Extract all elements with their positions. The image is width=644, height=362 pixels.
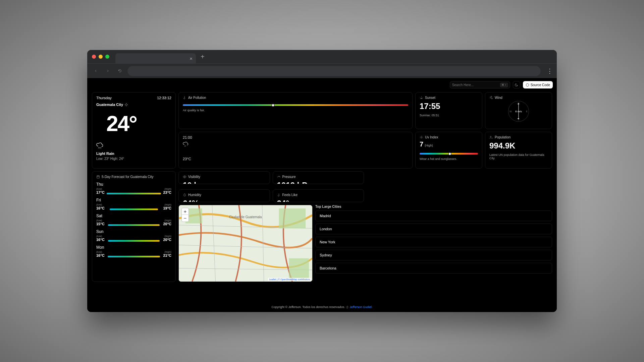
forecast-high: 20°C: [162, 222, 171, 226]
top-cities-title: Top Large Cities: [315, 205, 552, 208]
theme-toggle-button[interactable]: [513, 81, 520, 88]
map-zoom-controls: + −: [181, 208, 189, 222]
forecast-low: 16°C: [96, 253, 106, 257]
forecast-high-label: (high): [162, 219, 171, 222]
air-quality-note: Air quality is fair.: [183, 109, 408, 112]
city-item[interactable]: Madrid: [315, 210, 552, 221]
svg-rect-12: [289, 258, 309, 278]
sunset-card: Sunset 17:55 Sunrise: 05:51: [415, 92, 482, 129]
map-panel[interactable]: + − Ciudad de Guatemala Leaflet | © Open…: [178, 205, 313, 282]
search-input[interactable]: [452, 83, 498, 87]
map-attribution: Leaflet | © OpenStreetMap contributors: [268, 278, 311, 281]
back-button[interactable]: [91, 67, 100, 75]
search-box[interactable]: ⌘ +: [450, 81, 510, 88]
page-footer: Copyright © Jefferson. Todos los derecho…: [87, 303, 557, 312]
forecast-high-label: (high): [160, 203, 171, 206]
forecast-range-bar: [108, 240, 160, 242]
air-quality-bar: [183, 104, 408, 106]
arrow-right-icon: [106, 69, 110, 73]
uv-bar: [420, 153, 478, 155]
uv-label: (High): [425, 144, 433, 147]
reload-button[interactable]: [115, 67, 124, 75]
air-quality-marker: [271, 104, 274, 107]
forecast-day: Fri: [96, 198, 171, 202]
air-pollution-card: Air Pollution Air quality is fair.: [178, 92, 413, 129]
search-shortcut-hint: ⌘ +: [500, 83, 508, 87]
sun-icon: [420, 135, 423, 139]
arrow-left-icon: [94, 69, 98, 73]
visibility-value: 10 km: [183, 181, 266, 184]
population-card: Population 994.9K Latest UN population d…: [485, 132, 552, 169]
forecast-low: 16°C: [96, 238, 106, 242]
city-item[interactable]: New York: [315, 237, 552, 247]
forecast-high-label: (high): [163, 187, 171, 190]
forecast-low-label: (low): [96, 250, 106, 253]
map-osm-link[interactable]: OpenStreetMap contributors: [280, 278, 310, 281]
window-close-button[interactable]: [92, 55, 96, 59]
compass-north: N: [518, 102, 519, 104]
bottom-row: + − Ciudad de Guatemala Leaflet | © Open…: [178, 205, 552, 282]
moon-icon: [515, 83, 518, 87]
forecast-day: Sat: [96, 214, 171, 218]
forecast-day: Sun: [96, 229, 171, 234]
forecast-low: 16°C: [96, 206, 108, 210]
city-item[interactable]: Sydney: [315, 250, 552, 260]
humidity-value: 64%: [183, 199, 266, 202]
source-code-button[interactable]: Source Code: [523, 81, 553, 88]
forecast-row: Mon (low) 16°C (high) 21°C: [96, 245, 171, 257]
forecast-day: Mon: [96, 245, 171, 250]
browser-tab[interactable]: ×: [115, 53, 196, 63]
forecast-high: 23°C: [163, 190, 171, 194]
uv-note: Wear a hat and sunglasses.: [420, 157, 478, 161]
browser-window: × + ⋮ ⌘ + Source Code: [87, 50, 557, 312]
pressure-card: Pressure 1012 hPa Low pressure. Expect w…: [273, 171, 364, 184]
close-icon[interactable]: ×: [190, 56, 193, 61]
forecast-title: 5-Day Forecast for Guatemala City: [102, 175, 154, 179]
forecast-low: 15°C: [96, 222, 106, 226]
eye-icon: [183, 175, 186, 179]
window-maximize-button[interactable]: [105, 55, 109, 59]
current-temperature: 24°: [106, 111, 171, 136]
rain-icon: [96, 142, 103, 149]
thermometer-icon: [277, 193, 281, 197]
population-note: Latest UN population data for Guatemala …: [489, 153, 548, 160]
hourly-time: 21:00: [183, 135, 408, 139]
map-zoom-out-button[interactable]: −: [182, 215, 189, 222]
footer-link[interactable]: Jefferson Gudiel.: [350, 305, 373, 309]
window-titlebar: × +: [87, 50, 557, 63]
droplet-icon: [183, 193, 186, 197]
map-leaflet-link[interactable]: Leaflet | ©: [269, 278, 280, 281]
forecast-range-bar: [107, 193, 161, 194]
rain-icon: [183, 141, 188, 147]
svg-point-2: [490, 136, 491, 137]
city-item[interactable]: London: [315, 224, 552, 234]
new-tab-button[interactable]: +: [201, 53, 205, 61]
address-bar[interactable]: [127, 66, 541, 76]
dashboard-grid: Thursday 12:33:12 Guatemala City 24° Lig…: [87, 89, 557, 303]
browser-menu-button[interactable]: ⋮: [547, 67, 553, 75]
forward-button[interactable]: [103, 67, 112, 75]
forecast-range-bar: [108, 256, 160, 257]
window-minimize-button[interactable]: [99, 55, 103, 59]
gauge-icon: [277, 175, 281, 179]
forecast-row: Sun (low) 16°C (high) 20°C: [96, 229, 171, 242]
visibility-card: Visibility 10 km Good: Easily navigable.: [178, 171, 270, 184]
map-zoom-in-button[interactable]: +: [182, 208, 189, 215]
forecast-high-label: (high): [162, 250, 171, 253]
compass-south: S: [518, 118, 520, 121]
forecast-low: 17°C: [96, 190, 105, 194]
city-item[interactable]: Barcelona: [315, 263, 552, 274]
humidity-title: Humidity: [188, 193, 201, 197]
weather-dashboard: ⌘ + Source Code Thursday 12:33:12 Guatem…: [87, 78, 557, 312]
forecast-high: 21°C: [162, 253, 171, 257]
location-icon: [124, 103, 128, 107]
current-condition: Light Rain: [96, 152, 171, 156]
browser-toolbar: ⋮: [87, 63, 557, 78]
wind-card: Wind N S E W 6 m/s: [485, 92, 552, 129]
pressure-title: Pressure: [282, 175, 296, 179]
city-list: MadridLondonNew YorkSydneyBarcelona: [315, 210, 552, 274]
forecast-low-label: (low): [96, 235, 106, 238]
users-icon: [489, 135, 493, 139]
feels-like-card: Feels Like 24° Feels close to the actual…: [273, 189, 364, 202]
forecast-day: Thu: [96, 182, 171, 187]
